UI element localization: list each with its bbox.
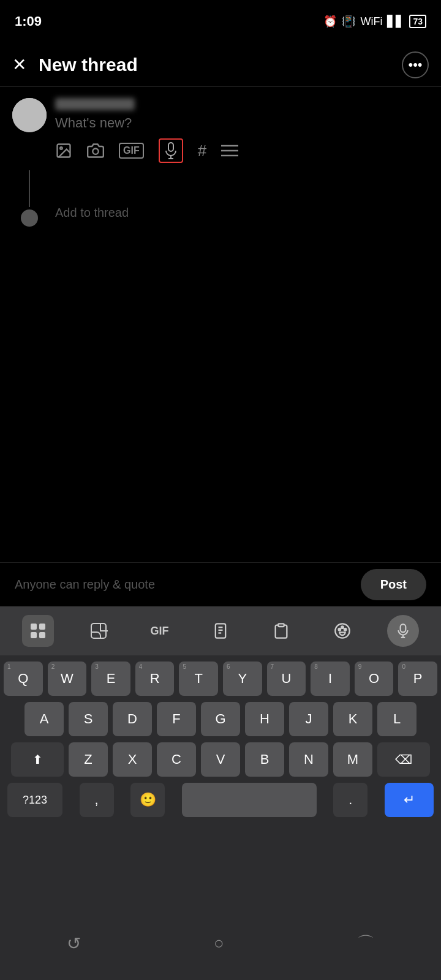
header-left: ✕ New thread (12, 55, 138, 75)
key-w[interactable]: 2W (48, 662, 87, 696)
key-v[interactable]: V (201, 742, 240, 777)
svg-rect-3 (168, 143, 173, 151)
shift-key[interactable]: ⬆ (11, 742, 64, 777)
backspace-key[interactable]: ⌫ (377, 742, 430, 777)
svg-point-1 (60, 147, 62, 149)
add-thread-placeholder[interactable]: Add to thread (55, 206, 129, 220)
camera-icon[interactable] (87, 142, 104, 159)
sticker-icon[interactable] (83, 615, 115, 647)
compose-content: What's new? GIF (55, 98, 429, 163)
key-j[interactable]: J (289, 702, 328, 736)
svg-point-2 (92, 149, 98, 154)
key-n[interactable]: N (289, 742, 328, 777)
thread-line (29, 170, 30, 207)
reply-label: Anyone can reply & quote (15, 578, 155, 592)
svg-rect-12 (39, 632, 45, 638)
alarm-icon: ⏰ (323, 15, 337, 28)
avatar-image (12, 98, 47, 132)
key-t[interactable]: 5T (179, 662, 218, 696)
key-p[interactable]: 0P (398, 662, 437, 696)
compose-toolbar: GIF # (55, 138, 429, 163)
recents-nav-icon[interactable]: ⌒ (357, 932, 374, 955)
compose-area: What's new? GIF (0, 87, 441, 163)
nav-bar: ↺ ○ ⌒ (0, 925, 441, 962)
comma-key[interactable]: , (80, 783, 114, 817)
thread-avatar-small (21, 209, 38, 227)
keyboard-apps-icon[interactable] (22, 615, 54, 647)
keyboard-row-1: 1Q 2W 3E 4R 5T 6Y 7U 8I 9O 0P (4, 662, 437, 696)
gif-icon[interactable]: GIF (119, 143, 144, 159)
key-a[interactable]: A (24, 702, 64, 736)
keyboard-row-3: ⬆ Z X C V B N M ⌫ (4, 742, 437, 777)
key-l[interactable]: L (377, 702, 417, 736)
status-time: 1:09 (15, 13, 42, 29)
key-f[interactable]: F (157, 702, 196, 736)
avatar (12, 98, 47, 132)
key-s[interactable]: S (69, 702, 108, 736)
svg-point-20 (338, 628, 341, 631)
post-button[interactable]: Post (361, 569, 426, 600)
num-key[interactable]: ?123 (7, 783, 62, 817)
hashtag-icon[interactable]: # (198, 141, 206, 160)
vibrate-icon: 📳 (342, 15, 355, 28)
key-i[interactable]: 8I (311, 662, 350, 696)
wifi-icon: WiFi (360, 15, 382, 28)
svg-rect-9 (31, 624, 37, 630)
key-g[interactable]: G (201, 702, 240, 736)
bottom-bar: Anyone can reply & quote Post (0, 562, 441, 606)
key-o[interactable]: 9O (355, 662, 394, 696)
mic-icon[interactable] (159, 138, 183, 163)
keyboard: 1Q 2W 3E 4R 5T 6Y 7U 8I 9O 0P A S D F G … (0, 655, 441, 980)
keyboard-row-4: ?123 , 🙂 . ↵ (4, 783, 437, 817)
status-icons: ⏰ 📳 WiFi ▋▋ 73 (323, 15, 426, 28)
palette-icon[interactable] (326, 615, 358, 647)
key-y[interactable]: 6Y (223, 662, 262, 696)
gif-kb-icon[interactable]: GIF (144, 615, 176, 647)
image-icon[interactable] (55, 142, 72, 159)
more-button[interactable]: ••• (402, 51, 429, 78)
home-nav-icon[interactable]: ○ (214, 933, 224, 953)
key-d[interactable]: D (113, 702, 152, 736)
thread-line-container: Add to thread (0, 168, 441, 227)
enter-key[interactable]: ↵ (385, 783, 434, 817)
page-title: New thread (39, 55, 138, 75)
battery-indicator: 73 (409, 15, 426, 28)
key-x[interactable]: X (113, 742, 152, 777)
header: ✕ New thread ••• (0, 43, 441, 87)
key-c[interactable]: C (157, 742, 196, 777)
key-e[interactable]: 3E (91, 662, 130, 696)
key-r[interactable]: 4R (135, 662, 175, 696)
svg-point-22 (344, 628, 347, 631)
svg-rect-10 (39, 624, 45, 630)
period-key[interactable]: . (333, 783, 368, 817)
key-z[interactable]: Z (69, 742, 108, 777)
more-icon: ••• (408, 57, 422, 73)
keyboard-toolbar: GIF (0, 606, 441, 655)
svg-point-21 (341, 626, 344, 628)
keyboard-rows: 1Q 2W 3E 4R 5T 6Y 7U 8I 9O 0P A S D F G … (0, 655, 441, 817)
svg-rect-11 (31, 632, 37, 638)
user-name-blurred (55, 98, 135, 110)
space-key[interactable] (182, 783, 317, 817)
clip-icon[interactable] (205, 615, 236, 647)
back-nav-icon[interactable]: ↺ (67, 933, 81, 954)
key-b[interactable]: B (245, 742, 284, 777)
close-button[interactable]: ✕ (12, 56, 26, 74)
mic-kb-icon[interactable] (387, 615, 419, 647)
menu-icon[interactable] (221, 144, 238, 157)
compose-row: What's new? GIF (12, 98, 429, 163)
key-h[interactable]: H (245, 702, 284, 736)
clipboard-icon[interactable] (265, 615, 297, 647)
svg-rect-23 (401, 624, 406, 632)
thread-line-col (12, 168, 47, 227)
key-u[interactable]: 7U (267, 662, 306, 696)
key-q[interactable]: 1Q (4, 662, 43, 696)
keyboard-row-2: A S D F G H J K L (4, 702, 437, 736)
key-k[interactable]: K (333, 702, 372, 736)
emoji-key[interactable]: 🙂 (130, 783, 165, 817)
key-m[interactable]: M (333, 742, 372, 777)
signal-icon: ▋▋ (387, 15, 404, 28)
svg-rect-18 (279, 624, 284, 627)
compose-placeholder[interactable]: What's new? (55, 115, 429, 131)
status-bar: 1:09 ⏰ 📳 WiFi ▋▋ 73 (0, 0, 441, 43)
